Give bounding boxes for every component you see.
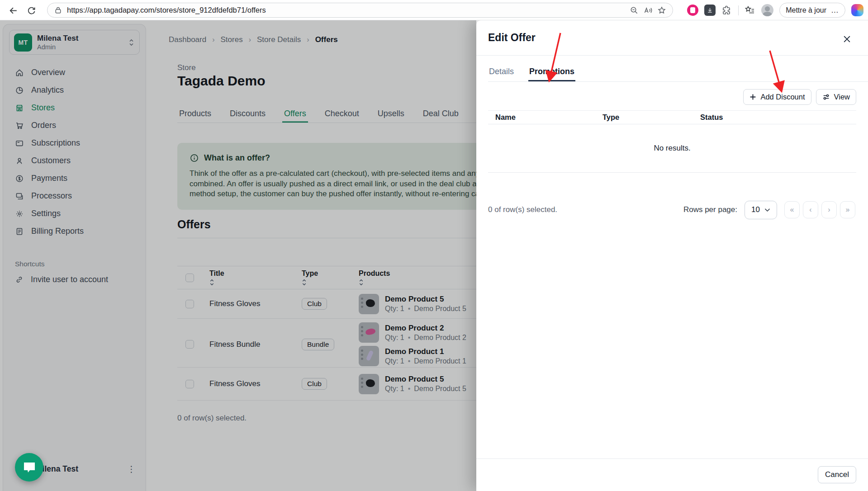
chat-bubble-icon xyxy=(23,461,36,474)
chat-launcher-button[interactable] xyxy=(15,453,43,482)
plus-icon xyxy=(749,94,756,100)
tab-promotions[interactable]: Promotions xyxy=(528,61,575,81)
close-button[interactable] xyxy=(841,33,853,45)
table-header-row: Name Type Status xyxy=(488,110,856,124)
previous-page-button[interactable]: ‹ xyxy=(803,201,818,218)
close-icon xyxy=(843,35,851,43)
drawer-header-divider xyxy=(476,55,868,56)
modal-overlay[interactable] xyxy=(0,20,476,491)
refresh-icon xyxy=(27,6,36,15)
update-label: Mettre à jour xyxy=(786,6,826,14)
edit-offer-drawer: Edit Offer Details Promotions Add Discou… xyxy=(476,20,868,491)
last-page-button[interactable]: » xyxy=(840,201,855,218)
url-text[interactable]: https://app.tagadapay.com/stores/store_9… xyxy=(67,6,625,14)
download-arrow-icon xyxy=(707,7,713,14)
back-arrow-icon xyxy=(8,5,19,16)
drawer-footer: Cancel xyxy=(476,458,868,491)
pagination-bar: 0 of row(s) selected. Rows per page: 10 … xyxy=(488,199,855,221)
cancel-button[interactable]: Cancel xyxy=(818,466,856,483)
toolbar-divider xyxy=(738,5,739,15)
first-page-button[interactable]: « xyxy=(784,201,800,218)
view-settings-icon xyxy=(822,93,830,101)
selection-status: 0 of row(s) selected. xyxy=(488,205,557,214)
column-header-type: Type xyxy=(602,113,700,122)
extension-download-icon[interactable] xyxy=(704,5,716,16)
browser-back-button[interactable] xyxy=(6,4,20,17)
page-background: MT Milena Test Admin Overview Analytics … xyxy=(0,20,476,491)
rows-per-page-select[interactable]: 10 xyxy=(745,201,777,219)
favorite-star-icon[interactable] xyxy=(657,6,666,15)
extensions-puzzle-icon[interactable] xyxy=(721,5,732,16)
address-bar[interactable]: https://app.tagadapay.com/stores/store_9… xyxy=(47,3,673,18)
drawer-title: Edit Offer xyxy=(488,32,536,44)
lock-icon xyxy=(54,6,62,14)
zoom-out-icon[interactable] xyxy=(630,6,639,15)
pagination-buttons: « ‹ › » xyxy=(784,201,855,218)
browser-refresh-button[interactable] xyxy=(24,4,38,17)
drawer-tabs: Details Promotions xyxy=(488,61,868,82)
view-button[interactable]: View xyxy=(816,89,856,105)
next-page-button[interactable]: › xyxy=(821,201,837,218)
drawer-actions: Add Discount View xyxy=(743,89,856,105)
browser-profile-avatar[interactable] xyxy=(761,4,773,16)
chevron-down-icon xyxy=(764,208,770,212)
column-header-status: Status xyxy=(700,113,856,122)
column-header-name: Name xyxy=(495,113,602,122)
add-discount-button[interactable]: Add Discount xyxy=(743,89,811,105)
read-aloud-icon[interactable] xyxy=(643,6,653,15)
promotions-table: Name Type Status No results. xyxy=(488,110,856,173)
copilot-icon[interactable] xyxy=(851,4,863,16)
browser-update-button[interactable]: Mettre à jour … xyxy=(779,3,845,18)
favorites-bar-icon[interactable] xyxy=(745,5,755,15)
rows-per-page-label: Rows per page: xyxy=(683,205,737,214)
empty-state: No results. xyxy=(488,124,856,173)
browser-menu-dots-icon[interactable]: … xyxy=(831,6,839,15)
extension-pink-icon[interactable] xyxy=(687,5,698,16)
tab-details[interactable]: Details xyxy=(488,61,515,81)
browser-toolbar: https://app.tagadapay.com/stores/store_9… xyxy=(0,0,868,20)
